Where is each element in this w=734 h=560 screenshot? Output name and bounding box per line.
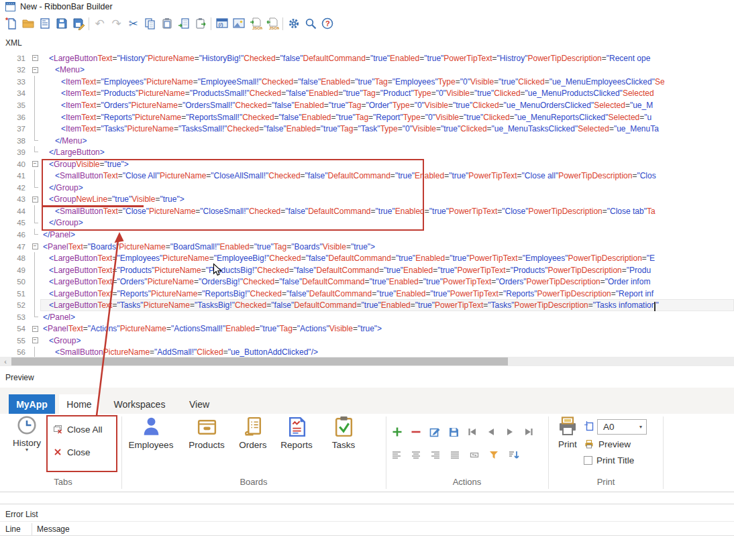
- line-number[interactable]: 56: [0, 348, 30, 356]
- fold-margin[interactable]: −: [30, 64, 40, 76]
- code-text[interactable]: <Menu>: [40, 64, 734, 76]
- search-button[interactable]: [302, 15, 319, 32]
- fold-margin[interactable]: [30, 182, 40, 194]
- column-separator[interactable]: [32, 523, 32, 535]
- nav-next-icon[interactable]: [504, 426, 516, 438]
- settings-button[interactable]: [285, 15, 302, 32]
- code-line[interactable]: 47−<Panel Text="Boards" PictureName="Boa…: [0, 241, 734, 253]
- line-number[interactable]: 34: [0, 89, 30, 97]
- line-number[interactable]: 45: [0, 219, 30, 227]
- code-text[interactable]: <Item Text="Orders" PictureName="OrdersS…: [40, 99, 734, 111]
- line-number[interactable]: 35: [0, 101, 30, 109]
- filter-icon[interactable]: [488, 449, 499, 460]
- code-text[interactable]: </Panel>: [40, 229, 734, 241]
- fold-margin[interactable]: [30, 146, 40, 158]
- code-line[interactable]: 34<Item Text="Products" PictureName="Pro…: [0, 88, 734, 100]
- code-line[interactable]: 40−<Group Visible="true">: [0, 158, 734, 170]
- code-text[interactable]: <Panel Text="Boards" PictureName="BoardS…: [40, 241, 734, 253]
- code-view-button[interactable]: (/): [213, 15, 230, 32]
- line-number[interactable]: 50: [0, 278, 30, 286]
- redo-button[interactable]: ↷: [108, 15, 125, 32]
- code-text[interactable]: <Group>: [40, 335, 734, 347]
- align-center-icon[interactable]: [411, 449, 421, 460]
- code-line[interactable]: 42</Group>: [0, 182, 734, 194]
- code-line[interactable]: 49<LargeButton Text="Products" PictureNa…: [0, 264, 734, 276]
- line-number[interactable]: 47: [0, 243, 30, 251]
- code-text[interactable]: <Group NewLine="true" Visible="true">: [40, 194, 734, 206]
- fold-toggle-icon[interactable]: −: [32, 197, 38, 203]
- code-line[interactable]: 38</Menu>: [0, 135, 734, 147]
- print-button[interactable]: Print: [553, 415, 582, 449]
- fold-margin[interactable]: −: [30, 194, 40, 206]
- code-text[interactable]: <LargeButton Text="Products" PictureName…: [40, 264, 734, 276]
- code-line[interactable]: 56<SmallButton PictureName="AddSmall!" C…: [0, 347, 734, 357]
- line-number[interactable]: 37: [0, 125, 30, 133]
- code-line[interactable]: 32−<Menu>: [0, 64, 734, 76]
- save-record-icon[interactable]: [448, 426, 460, 438]
- line-number[interactable]: 41: [0, 172, 30, 180]
- code-line[interactable]: 44<SmallButton Text="Close" PictureName=…: [0, 205, 734, 217]
- fold-margin[interactable]: [30, 347, 40, 357]
- cut-button[interactable]: ✂: [125, 15, 142, 32]
- code-line[interactable]: 46</Panel>: [0, 229, 734, 241]
- print-preview-button[interactable]: Preview: [584, 439, 631, 449]
- tab-workspaces[interactable]: Workspaces: [106, 394, 173, 414]
- line-number[interactable]: 36: [0, 113, 30, 121]
- close-all-button[interactable]: Close All: [52, 424, 103, 435]
- code-line[interactable]: 36<Item Text="Reports" PictureName="Repo…: [0, 111, 734, 123]
- line-number[interactable]: 38: [0, 137, 30, 145]
- products-button[interactable]: Products: [184, 415, 229, 450]
- help-button[interactable]: ?: [319, 15, 335, 32]
- code-line[interactable]: 54−<Panel Text="Actions" PictureName="Ac…: [0, 323, 734, 335]
- open-file-button[interactable]: [19, 15, 36, 32]
- line-number[interactable]: 49: [0, 266, 30, 274]
- fold-toggle-icon[interactable]: −: [32, 67, 38, 73]
- fold-margin[interactable]: −: [30, 241, 40, 253]
- save-button[interactable]: [53, 15, 70, 32]
- fold-margin[interactable]: [30, 276, 40, 288]
- line-number[interactable]: 51: [0, 290, 30, 298]
- code-text[interactable]: <SmallButton PictureName="AddSmall!" Cli…: [40, 347, 734, 357]
- code-line[interactable]: 31−<LargeButton Text="History" PictureNa…: [0, 52, 734, 64]
- app-menu-button[interactable]: MyApp: [9, 394, 55, 414]
- fold-margin[interactable]: [30, 205, 40, 217]
- fold-toggle-icon[interactable]: −: [32, 243, 38, 249]
- line-number[interactable]: 42: [0, 184, 30, 192]
- fold-margin[interactable]: [30, 311, 40, 323]
- fold-margin[interactable]: [30, 299, 40, 311]
- fold-margin[interactable]: [30, 288, 40, 300]
- nav-prev-icon[interactable]: [485, 426, 497, 438]
- code-text[interactable]: <Item Text="Reports" PictureName="Report…: [40, 111, 734, 123]
- fold-margin[interactable]: [30, 229, 40, 241]
- fold-toggle-icon[interactable]: −: [32, 326, 38, 332]
- print-title-checkbox[interactable]: [584, 456, 592, 465]
- paste-insert-button[interactable]: [175, 15, 192, 32]
- code-line[interactable]: 43−<Group NewLine="true" Visible="true">: [0, 194, 734, 206]
- fold-margin[interactable]: [30, 264, 40, 276]
- code-line[interactable]: 35<Item Text="Orders" PictureName="Order…: [0, 99, 734, 111]
- code-line[interactable]: 33<Item Text="Employees" PictureName="Em…: [0, 76, 734, 88]
- fold-margin[interactable]: [30, 111, 40, 123]
- fold-margin[interactable]: −: [30, 323, 40, 335]
- fold-margin[interactable]: [30, 135, 40, 147]
- code-line[interactable]: 37<Item Text="Tasks" PictureName="TasksS…: [0, 123, 734, 135]
- code-text[interactable]: <LargeButton Text="History" PictureName=…: [40, 52, 734, 64]
- code-line[interactable]: 55−<Group>: [0, 335, 734, 347]
- fold-toggle-icon[interactable]: −: [32, 337, 38, 343]
- scroll-left-icon[interactable]: ‹: [1, 357, 9, 366]
- xml-code-editor[interactable]: 31−<LargeButton Text="History" PictureNa…: [0, 52, 734, 357]
- fit-columns-icon[interactable]: [469, 449, 480, 460]
- code-text[interactable]: <Item Text="Tasks" PictureName="TasksSma…: [40, 123, 734, 135]
- page-size-select[interactable]: A0 ▾: [597, 419, 647, 435]
- clipboard-export-button[interactable]: [192, 15, 209, 32]
- line-number[interactable]: 32: [0, 66, 30, 74]
- line-number[interactable]: 31: [0, 54, 30, 62]
- copy-button[interactable]: [142, 15, 158, 32]
- new-file-button[interactable]: *: [3, 15, 19, 32]
- close-button[interactable]: Close: [52, 447, 91, 457]
- code-text[interactable]: </Panel>: [40, 311, 734, 323]
- line-number[interactable]: 53: [0, 313, 30, 321]
- code-text[interactable]: <Group Visible="true">: [40, 158, 734, 170]
- fold-margin[interactable]: −: [30, 335, 40, 347]
- sort-icon[interactable]: [508, 449, 520, 460]
